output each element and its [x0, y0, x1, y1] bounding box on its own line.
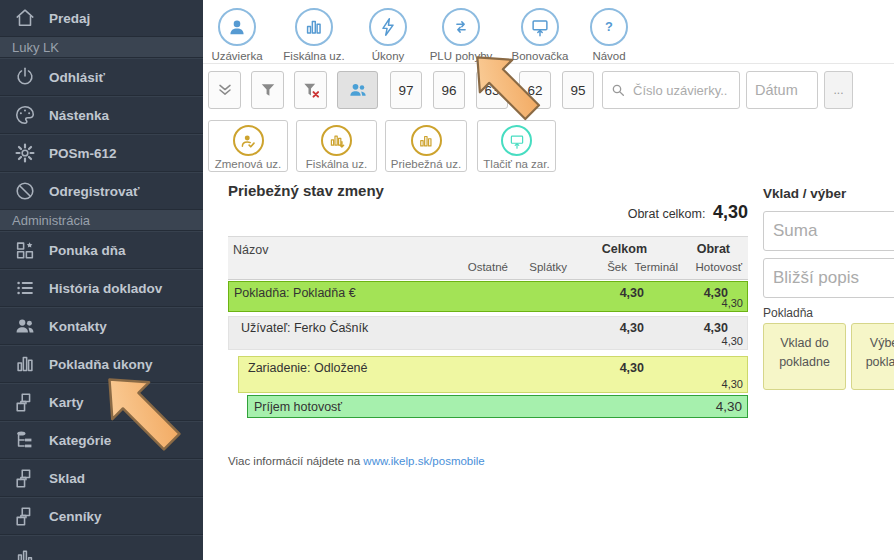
closure-number-button-95[interactable]: 95	[562, 71, 594, 109]
description-field[interactable]	[763, 258, 894, 298]
monitor-up-icon	[508, 132, 526, 150]
table-row-pokladna-pokladna[interactable]: Pokladňa: Pokladňa €4,304,304,30	[228, 281, 748, 312]
sidebar-item-predaj[interactable]: Predaj	[0, 0, 203, 37]
column-header-hotovost: Hotovosť	[696, 261, 743, 273]
report-button-tlacit-na-zar[interactable]: Tlačiť na zar.	[477, 120, 556, 172]
sidebar-section-administracia: Administrácia	[0, 210, 203, 231]
sidebar-item-posm-612[interactable]: POSm-612	[0, 134, 203, 172]
footer-link[interactable]: www.ikelp.sk/posmobile	[363, 455, 484, 467]
filter-button-funnel-x[interactable]	[294, 71, 327, 109]
report-button-label: Priebežná uz.	[386, 158, 466, 170]
monitor-up-icon-circle	[501, 125, 532, 156]
sidebar-item-pokladna-ukony[interactable]: Pokladňa úkony	[0, 345, 203, 383]
closure-number-button-63[interactable]: 63	[476, 71, 508, 109]
search-icon	[610, 82, 626, 98]
sidebar-item-odregistrovat[interactable]: Odregistrovať	[0, 172, 203, 210]
funnel-x-icon	[301, 80, 321, 100]
chart-bars-icon	[303, 16, 325, 38]
top-action-uzavierka[interactable]: Uzávierka	[199, 8, 275, 62]
top-action-bonovacka[interactable]: Bonovačka	[502, 8, 578, 62]
more-options-button[interactable]: ...	[824, 71, 853, 109]
top-action-navod[interactable]: ? Návod	[571, 8, 647, 62]
report-button-label: Zmenová uz.	[209, 158, 287, 170]
filter-button-funnel[interactable]	[251, 71, 284, 109]
sidebar-item-ponuka-dna[interactable]: Ponuka dňa	[0, 231, 203, 269]
bolt-icon	[377, 16, 399, 38]
top-action-label: Bonovačka	[502, 50, 578, 62]
table-row-zariadenie-odlozene[interactable]: Zariadenie: Odložené4,304,30	[238, 356, 748, 393]
deposit-button[interactable]: Vklad do pokladne	[763, 323, 846, 390]
sliders-icon	[14, 543, 36, 560]
person-check-icon	[239, 132, 257, 150]
sidebar-item-label: POSm-612	[49, 146, 117, 161]
top-action-label: Uzávierka	[199, 50, 275, 62]
power-icon	[14, 66, 36, 88]
closure-number-button-97[interactable]: 97	[390, 71, 422, 109]
row-value-celkom: 4,30	[620, 361, 644, 375]
column-group-celkom: Celkom	[602, 242, 647, 256]
sidebar-item-karty[interactable]: Karty	[0, 383, 203, 421]
sidebar-item-label: Nástenka	[49, 108, 109, 123]
sidebar-item-sklad[interactable]: Sklad	[0, 459, 203, 497]
sidebar-item-label: Cenníky	[49, 509, 102, 524]
palette-icon	[14, 104, 36, 126]
person-check-icon-circle	[233, 125, 264, 156]
top-action-plu-pohyby[interactable]: PLU pohyby	[423, 8, 499, 62]
table-row-prijem-hotovost[interactable]: Príjem hotovosť4,30	[247, 395, 748, 418]
filter-button-people[interactable]	[337, 71, 378, 109]
row-label: Príjem hotovosť	[254, 400, 342, 414]
report-button-priebezna-uz[interactable]: Priebežná uz.	[385, 120, 467, 172]
sidebar-item-nastenka[interactable]: Nástenka	[0, 96, 203, 134]
report-button-fiskalna-uz[interactable]: Fiskálna uz.	[296, 120, 377, 172]
closure-number-button-62[interactable]: 62	[519, 71, 551, 109]
report-button-zmenova-uz[interactable]: Zmenová uz.	[208, 120, 288, 172]
deposit-button-label: Vklad do pokladne	[779, 336, 830, 369]
org-box-icon	[14, 467, 36, 489]
pokladna-label: Pokladňa	[763, 306, 813, 320]
arrows-leftright-icon	[450, 16, 472, 38]
search-closure-number[interactable]	[602, 71, 740, 109]
closure-number-button-96[interactable]: 96	[433, 71, 465, 109]
sidebar-item-label: Odhlásiť	[49, 70, 105, 85]
top-action-fiskalna-uz[interactable]: Fiskálna uz.	[276, 8, 352, 62]
date-field[interactable]	[746, 71, 818, 109]
sidebar-item-kategorie[interactable]: Kategórie	[0, 421, 203, 459]
list-icon	[14, 277, 36, 299]
filter-button-chevrons-down[interactable]	[208, 71, 241, 109]
amount-field[interactable]	[763, 211, 894, 251]
search-input[interactable]	[631, 82, 732, 99]
report-button-label: Fiskálna uz.	[297, 158, 376, 170]
column-header-nazov: Názov	[233, 243, 268, 257]
footer-text: Viac informácií nájdete na	[228, 455, 360, 467]
bars-icon	[14, 353, 36, 375]
top-action-ukony[interactable]: Úkony	[350, 8, 426, 62]
chart-bars-icon	[417, 132, 435, 150]
chart-bars-icon-circle	[295, 8, 333, 46]
total-turnover-label: Obrat celkom:	[628, 207, 706, 221]
chevrons-down-icon	[215, 80, 235, 100]
sidebar-item-label: Odregistrovať	[49, 184, 140, 199]
pos-app-window: PredajLuky LKOdhlásiťNástenkaPOSm-612Odr…	[0, 0, 894, 560]
total-turnover: Obrat celkom: 4,30	[480, 202, 748, 223]
sidebar-item-cenniky[interactable]: Cenníky	[0, 497, 203, 535]
org-box-icon	[14, 391, 36, 413]
question-icon: ?	[598, 16, 620, 38]
sidebar-item-label: Pokladňa úkony	[49, 357, 153, 372]
withdraw-button[interactable]: Výber z pokladne	[851, 323, 894, 390]
column-header-sek: Šek	[607, 261, 627, 273]
row-label: Zariadenie: Odložené	[248, 361, 368, 375]
sidebar-item-label: Predaj	[49, 11, 90, 26]
top-action-label: PLU pohyby	[423, 50, 499, 62]
sidebar-item-kontakty[interactable]: Kontakty	[0, 307, 203, 345]
gear-icon	[14, 142, 36, 164]
total-turnover-value: 4,30	[713, 202, 748, 222]
sidebar-item-more[interactable]	[0, 535, 203, 560]
table-row-uzivaten-ferko-casnik[interactable]: Užívateľ: Ferko Čašník4,304,304,30	[228, 316, 748, 350]
sidebar-item-odhlasit[interactable]: Odhlásiť	[0, 58, 203, 96]
column-header-terminal: Terminál	[635, 261, 678, 273]
sidebar-item-label: Sklad	[49, 471, 85, 486]
sidebar-item-label: Karty	[49, 395, 84, 410]
page-title: Priebežný stav zmeny	[228, 182, 384, 199]
sidebar-item-historia-dokladov[interactable]: História dokladov	[0, 269, 203, 307]
row-value-celkom: 4,30	[620, 321, 644, 335]
